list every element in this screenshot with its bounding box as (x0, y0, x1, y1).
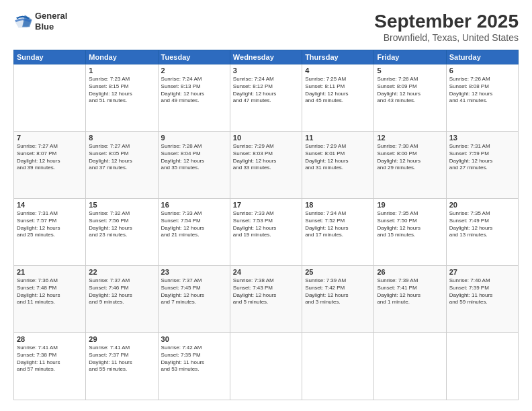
day-number: 2 (161, 66, 227, 75)
day-info: Sunrise: 7:31 AM Sunset: 7:59 PM Dayligh… (449, 143, 515, 172)
day-info: Sunrise: 7:37 AM Sunset: 7:45 PM Dayligh… (161, 277, 227, 306)
calendar-week-row: 14Sunrise: 7:31 AM Sunset: 7:57 PM Dayli… (14, 199, 519, 266)
day-info: Sunrise: 7:41 AM Sunset: 7:38 PM Dayligh… (17, 345, 83, 373)
table-row: 23Sunrise: 7:37 AM Sunset: 7:45 PM Dayli… (158, 266, 230, 333)
day-info: Sunrise: 7:26 AM Sunset: 8:08 PM Dayligh… (449, 76, 515, 105)
day-info: Sunrise: 7:35 AM Sunset: 7:49 PM Dayligh… (449, 210, 515, 239)
day-number: 26 (377, 268, 443, 276)
table-row: 25Sunrise: 7:39 AM Sunset: 7:42 PM Dayli… (302, 266, 374, 333)
day-number: 20 (449, 201, 515, 209)
header-thursday: Thursday (302, 50, 374, 64)
day-number: 7 (17, 134, 83, 142)
day-number: 17 (233, 201, 299, 209)
table-row: 11Sunrise: 7:29 AM Sunset: 8:01 PM Dayli… (302, 132, 374, 199)
day-number: 9 (161, 134, 227, 142)
calendar-week-row: 28Sunrise: 7:41 AM Sunset: 7:38 PM Dayli… (14, 333, 519, 400)
day-number: 8 (89, 134, 154, 142)
logo-text: General Blue (35, 11, 67, 32)
day-number: 1 (89, 66, 154, 75)
table-row (14, 64, 86, 132)
day-info: Sunrise: 7:41 AM Sunset: 7:37 PM Dayligh… (89, 345, 154, 373)
day-number: 4 (305, 66, 371, 75)
table-row (302, 333, 374, 400)
day-number: 14 (17, 201, 83, 209)
logo: General Blue (13, 11, 67, 32)
table-row: 13Sunrise: 7:31 AM Sunset: 7:59 PM Dayli… (446, 132, 518, 199)
header-saturday: Saturday (446, 50, 518, 64)
table-row: 3Sunrise: 7:24 AM Sunset: 8:12 PM Daylig… (230, 64, 302, 132)
table-row: 8Sunrise: 7:27 AM Sunset: 8:05 PM Daylig… (86, 132, 158, 199)
table-row: 17Sunrise: 7:33 AM Sunset: 7:53 PM Dayli… (230, 199, 302, 266)
table-row: 28Sunrise: 7:41 AM Sunset: 7:38 PM Dayli… (14, 333, 86, 400)
table-row: 26Sunrise: 7:39 AM Sunset: 7:41 PM Dayli… (374, 266, 446, 333)
day-info: Sunrise: 7:29 AM Sunset: 8:03 PM Dayligh… (233, 143, 299, 172)
day-info: Sunrise: 7:39 AM Sunset: 7:42 PM Dayligh… (305, 277, 371, 306)
day-number: 23 (161, 268, 227, 276)
table-row: 27Sunrise: 7:40 AM Sunset: 7:39 PM Dayli… (446, 266, 518, 333)
day-info: Sunrise: 7:37 AM Sunset: 7:46 PM Dayligh… (89, 277, 154, 306)
logo-line1: General (35, 11, 67, 21)
day-number: 30 (161, 335, 227, 343)
calendar-week-row: 7Sunrise: 7:27 AM Sunset: 8:07 PM Daylig… (14, 132, 519, 199)
day-number: 5 (377, 66, 443, 75)
calendar-week-row: 21Sunrise: 7:36 AM Sunset: 7:48 PM Dayli… (14, 266, 519, 333)
table-row: 5Sunrise: 7:26 AM Sunset: 8:09 PM Daylig… (374, 64, 446, 132)
table-row: 20Sunrise: 7:35 AM Sunset: 7:49 PM Dayli… (446, 199, 518, 266)
day-info: Sunrise: 7:27 AM Sunset: 8:07 PM Dayligh… (17, 143, 83, 172)
header-tuesday: Tuesday (158, 50, 230, 64)
table-row: 19Sunrise: 7:35 AM Sunset: 7:50 PM Dayli… (374, 199, 446, 266)
day-number: 6 (449, 66, 515, 75)
day-number: 24 (233, 268, 299, 276)
day-number: 29 (89, 335, 154, 343)
day-info: Sunrise: 7:39 AM Sunset: 7:41 PM Dayligh… (377, 277, 443, 306)
table-row: 24Sunrise: 7:38 AM Sunset: 7:43 PM Dayli… (230, 266, 302, 333)
table-row: 12Sunrise: 7:30 AM Sunset: 8:00 PM Dayli… (374, 132, 446, 199)
day-info: Sunrise: 7:38 AM Sunset: 7:43 PM Dayligh… (233, 277, 299, 306)
table-row: 6Sunrise: 7:26 AM Sunset: 8:08 PM Daylig… (446, 64, 518, 132)
day-info: Sunrise: 7:30 AM Sunset: 8:00 PM Dayligh… (377, 143, 443, 172)
day-info: Sunrise: 7:40 AM Sunset: 7:39 PM Dayligh… (449, 277, 515, 306)
day-info: Sunrise: 7:24 AM Sunset: 8:13 PM Dayligh… (161, 76, 227, 105)
day-number: 25 (305, 268, 371, 276)
day-number: 12 (377, 134, 443, 142)
title-block: September 2025 Brownfield, Texas, United… (374, 11, 519, 43)
weekday-header-row: Sunday Monday Tuesday Wednesday Thursday… (14, 50, 519, 64)
table-row: 22Sunrise: 7:37 AM Sunset: 7:46 PM Dayli… (86, 266, 158, 333)
logo-line2: Blue (35, 21, 67, 32)
day-info: Sunrise: 7:33 AM Sunset: 7:53 PM Dayligh… (233, 210, 299, 239)
page: General Blue September 2025 Brownfield, … (0, 0, 532, 411)
calendar-subtitle: Brownfield, Texas, United States (374, 32, 519, 43)
day-number: 13 (449, 134, 515, 142)
day-number: 22 (89, 268, 154, 276)
table-row (230, 333, 302, 400)
table-row: 9Sunrise: 7:28 AM Sunset: 8:04 PM Daylig… (158, 132, 230, 199)
day-info: Sunrise: 7:34 AM Sunset: 7:52 PM Dayligh… (305, 210, 371, 239)
header-monday: Monday (86, 50, 158, 64)
table-row: 16Sunrise: 7:33 AM Sunset: 7:54 PM Dayli… (158, 199, 230, 266)
table-row: 29Sunrise: 7:41 AM Sunset: 7:37 PM Dayli… (86, 333, 158, 400)
day-info: Sunrise: 7:36 AM Sunset: 7:48 PM Dayligh… (17, 277, 83, 306)
day-info: Sunrise: 7:32 AM Sunset: 7:56 PM Dayligh… (89, 210, 154, 239)
table-row: 18Sunrise: 7:34 AM Sunset: 7:52 PM Dayli… (302, 199, 374, 266)
calendar-table: Sunday Monday Tuesday Wednesday Thursday… (13, 50, 519, 400)
table-row: 10Sunrise: 7:29 AM Sunset: 8:03 PM Dayli… (230, 132, 302, 199)
header-friday: Friday (374, 50, 446, 64)
day-info: Sunrise: 7:28 AM Sunset: 8:04 PM Dayligh… (161, 143, 227, 172)
table-row: 30Sunrise: 7:42 AM Sunset: 7:35 PM Dayli… (158, 333, 230, 400)
day-info: Sunrise: 7:35 AM Sunset: 7:50 PM Dayligh… (377, 210, 443, 239)
day-number: 28 (17, 335, 83, 343)
day-info: Sunrise: 7:31 AM Sunset: 7:57 PM Dayligh… (17, 210, 83, 239)
table-row (374, 333, 446, 400)
day-number: 11 (305, 134, 371, 142)
day-info: Sunrise: 7:24 AM Sunset: 8:12 PM Dayligh… (233, 76, 299, 105)
day-number: 3 (233, 66, 299, 75)
header: General Blue September 2025 Brownfield, … (13, 11, 519, 43)
table-row: 1Sunrise: 7:23 AM Sunset: 8:15 PM Daylig… (86, 64, 158, 132)
day-number: 27 (449, 268, 515, 276)
header-wednesday: Wednesday (230, 50, 302, 64)
logo-icon (13, 14, 32, 29)
table-row: 2Sunrise: 7:24 AM Sunset: 8:13 PM Daylig… (158, 64, 230, 132)
header-sunday: Sunday (14, 50, 86, 64)
day-number: 15 (89, 201, 154, 209)
table-row: 14Sunrise: 7:31 AM Sunset: 7:57 PM Dayli… (14, 199, 86, 266)
